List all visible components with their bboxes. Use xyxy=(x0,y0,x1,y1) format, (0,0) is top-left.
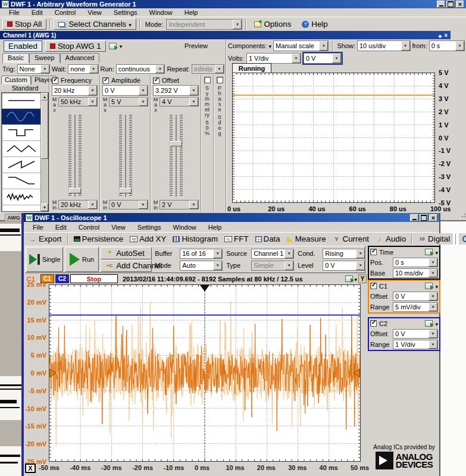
dropdown-arrow-icon[interactable] xyxy=(401,41,410,51)
waveform-item-sine[interactable] xyxy=(2,109,40,125)
trig-combo[interactable]: None xyxy=(17,64,50,74)
waveform-item-noise[interactable] xyxy=(2,189,40,205)
c1_panel-offset-combo[interactable]: 0 V xyxy=(393,292,438,301)
dropdown-arrow-icon[interactable] xyxy=(429,303,437,311)
data-button[interactable]: Data xyxy=(252,233,283,245)
frequency-slider-handle[interactable] xyxy=(69,188,81,193)
dropdown-arrow-icon[interactable] xyxy=(429,269,437,277)
phase-checkbox[interactable] xyxy=(217,77,223,83)
chevron-down-icon[interactable] xyxy=(354,275,357,283)
offset-max-combo[interactable]: 4 V xyxy=(159,97,199,107)
frequency-slider[interactable] xyxy=(67,115,83,197)
show-combo[interactable]: 10 us/div xyxy=(357,40,411,51)
type-combo[interactable]: Simple xyxy=(251,261,294,271)
time_panel-checkbox[interactable] xyxy=(370,249,377,255)
awg-menu-settings[interactable]: Settings xyxy=(108,8,143,17)
c2_panel-range-combo[interactable]: 1 V/div xyxy=(393,340,438,349)
run-combo[interactable]: continuous xyxy=(116,64,165,74)
offset-slider[interactable] xyxy=(168,115,184,197)
waveform-item-dc[interactable] xyxy=(2,93,40,109)
histogram-button[interactable]: Histogram xyxy=(170,233,221,245)
awg-menu-control[interactable]: Control xyxy=(49,8,81,17)
help-button[interactable]: Help xyxy=(297,18,332,30)
dropdown-arrow-icon[interactable] xyxy=(213,261,222,270)
c1_panel-checkbox[interactable] xyxy=(370,283,377,289)
scope-titlebar[interactable]: DWF 1 - Oscilloscope 1 xyxy=(24,213,439,222)
awg-titlebar[interactable]: DWF 1 - Arbitrary Waveform Generator 1 xyxy=(0,0,466,8)
waveform-item-triangle[interactable] xyxy=(2,141,40,157)
cond-combo[interactable]: Rising xyxy=(323,249,365,259)
dropdown-arrow-icon[interactable] xyxy=(88,98,97,106)
amplitude-max-combo[interactable]: 5 V xyxy=(109,97,148,107)
frequency-min-combo[interactable]: 20 kHz xyxy=(58,200,98,209)
enabled-button[interactable]: Enabled xyxy=(4,40,42,52)
mode-combo[interactable]: Auto xyxy=(180,261,223,271)
awg-menu-window[interactable]: Window xyxy=(144,8,178,17)
scroll-up-icon[interactable]: ▲ xyxy=(41,93,48,101)
pin-icon[interactable] xyxy=(439,32,442,39)
waveform-item-ramp-down[interactable] xyxy=(2,173,40,189)
minimize-icon[interactable] xyxy=(410,214,418,221)
close-icon[interactable] xyxy=(456,1,464,8)
awg-channel-bar[interactable]: Channel 1 (AWG 1) xyxy=(0,31,451,39)
frequency-value-combo[interactable]: 20 kHz xyxy=(52,85,98,96)
run-button[interactable]: Run xyxy=(65,247,99,272)
frequency-checkbox[interactable] xyxy=(52,77,58,84)
stop-button[interactable]: Stop xyxy=(70,274,118,283)
maximize-icon[interactable] xyxy=(446,1,455,8)
time_panel-base-combo[interactable]: 10 ms/div xyxy=(393,268,438,278)
minimize-icon[interactable] xyxy=(437,1,445,8)
awg-preview-plot[interactable] xyxy=(232,73,435,203)
c1_panel-range-combo[interactable]: 5 mV/div xyxy=(393,302,438,312)
stop-all-button[interactable]: Stop All xyxy=(2,18,46,30)
properties-icon[interactable] xyxy=(425,249,433,255)
measure-button[interactable]: Measure xyxy=(284,233,329,245)
y-cursor-tab[interactable]: Y xyxy=(358,274,367,283)
volts-offset-combo[interactable]: 0 V xyxy=(304,53,342,64)
waveform-item-square[interactable] xyxy=(2,125,40,141)
amplitude-slider[interactable] xyxy=(118,115,133,197)
chevron-down-icon[interactable] xyxy=(268,42,271,49)
awg-menu-view[interactable]: View xyxy=(82,8,107,17)
offset-value-combo[interactable]: 3.292 V xyxy=(153,85,199,96)
dropdown-arrow-icon[interactable] xyxy=(155,65,164,73)
source-combo[interactable]: Channel 1 xyxy=(251,249,294,259)
dropdown-arrow-icon[interactable] xyxy=(429,340,437,349)
scope-menu-window[interactable]: Window xyxy=(168,223,202,231)
channel-close-icon[interactable] xyxy=(444,32,448,39)
current-button[interactable]: Current xyxy=(330,233,372,245)
select-channels-button[interactable]: Select Channels xyxy=(54,18,136,30)
dropdown-arrow-icon[interactable] xyxy=(429,258,437,267)
tab-advanced[interactable]: Advanced xyxy=(60,53,100,63)
dropdown-arrow-icon[interactable] xyxy=(89,65,98,73)
tab-sweep[interactable]: Sweep xyxy=(29,53,60,63)
dropdown-arrow-icon[interactable] xyxy=(215,65,224,73)
wave-tab-custom[interactable]: Custom xyxy=(1,76,31,84)
waveform-item-ramp-up[interactable] xyxy=(2,157,40,173)
wait-combo[interactable]: none xyxy=(68,64,98,74)
autoset-button[interactable]: AutoSet xyxy=(101,247,152,259)
from-combo[interactable]: 0 s xyxy=(429,40,465,51)
awg-menu-edit[interactable]: Edit xyxy=(26,8,48,17)
resize-grip[interactable] xyxy=(462,216,463,217)
time_panel-pos-combo[interactable]: 0 s xyxy=(393,258,438,267)
scrollbar-thumb[interactable] xyxy=(41,101,48,159)
scope-menu-settings[interactable]: Settings xyxy=(132,223,167,231)
awg-menu-file[interactable]: File xyxy=(4,8,25,17)
persistence-button[interactable]: Persistence xyxy=(71,233,127,245)
tab-basic[interactable]: Basic xyxy=(2,53,29,63)
options-button[interactable]: Options xyxy=(249,18,296,30)
dropdown-arrow-icon[interactable] xyxy=(88,201,97,209)
plot-properties-icon[interactable] xyxy=(345,275,353,282)
dropdown-arrow-icon[interactable] xyxy=(189,201,198,209)
dropdown-arrow-icon[interactable] xyxy=(429,330,437,338)
dropdown-arrow-icon[interactable] xyxy=(332,54,341,63)
dropdown-arrow-icon[interactable] xyxy=(356,261,365,270)
c2_panel-offset-combo[interactable]: 0 V xyxy=(393,329,438,339)
scroll-down-icon[interactable]: ▼ xyxy=(41,203,48,211)
dropdown-arrow-icon[interactable] xyxy=(356,249,365,258)
offset-checkbox[interactable] xyxy=(153,77,159,84)
waveform-scrollbar[interactable]: ▲ ▼ xyxy=(40,93,48,211)
volts-combo[interactable]: 1 V/div xyxy=(246,53,301,64)
background-awg-tab[interactable]: AWG xyxy=(5,214,23,221)
